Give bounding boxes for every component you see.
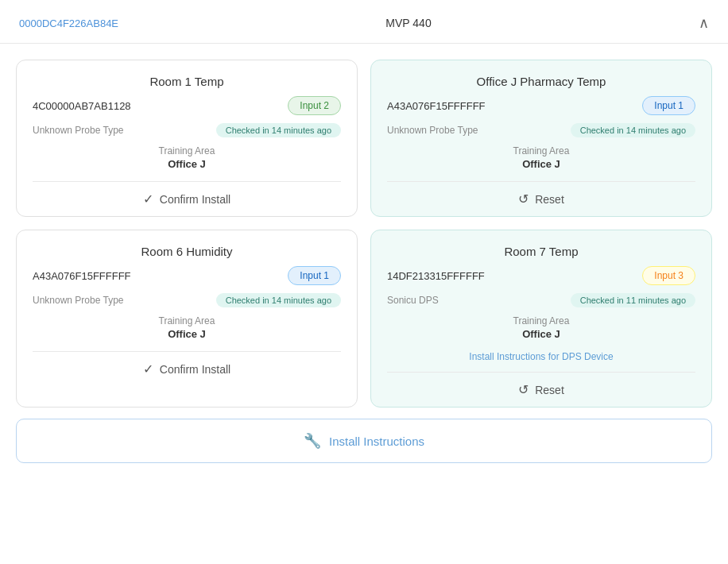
- card-area-name-2: Office J: [33, 328, 341, 340]
- card-input-badge-1: Input 1: [642, 96, 695, 115]
- action-icon-1: ↺: [518, 191, 529, 207]
- card-action-0[interactable]: ✓ Confirm Install: [33, 181, 341, 216]
- card-3: Room 7 Temp 14DF213315FFFFFF Input 3 Son…: [370, 230, 712, 408]
- card-sensor-id-1: A43A076F15FFFFFF: [387, 100, 486, 112]
- card-probe-type-0: Unknown Probe Type: [33, 125, 124, 136]
- card-sensor-id-0: 4C00000AB7AB1128: [33, 100, 131, 112]
- card-input-badge-0: Input 2: [288, 96, 341, 115]
- action-label-3: Reset: [535, 384, 564, 396]
- card-probe-type-1: Unknown Probe Type: [387, 125, 478, 136]
- install-instructions-label: Install Instructions: [329, 435, 424, 448]
- card-sensor-id-2: A43A076F15FFFFFF: [33, 270, 131, 282]
- action-icon-0: ✓: [143, 191, 153, 207]
- card-area-label-0: Training Area: [33, 145, 341, 156]
- card-area-name-3: Office J: [387, 328, 695, 340]
- device-name: MVP 440: [385, 17, 431, 29]
- card-probe-type-3: Sonicu DPS: [387, 295, 439, 306]
- card-action-1[interactable]: ↺ Reset: [387, 181, 695, 216]
- wrench-icon: 🔧: [304, 432, 321, 450]
- action-icon-3: ↺: [518, 382, 529, 397]
- action-label-2: Confirm Install: [160, 363, 230, 376]
- action-label-0: Confirm Install: [160, 193, 230, 206]
- card-action-3[interactable]: ↺ Reset: [387, 372, 695, 407]
- card-checked-badge-2: Checked in 14 minutes ago: [216, 293, 341, 307]
- install-link-3[interactable]: Install Instructions for DPS Device: [387, 351, 695, 362]
- card-action-2[interactable]: ✓ Confirm Install: [33, 351, 341, 386]
- header: 0000DC4F226AB84E MVP 440: [0, 0, 728, 44]
- card-sensor-id-3: 14DF213315FFFFFF: [387, 270, 485, 282]
- card-area-name-1: Office J: [387, 158, 695, 170]
- card-title-1: Office J Pharmacy Temp: [387, 75, 695, 88]
- card-title-3: Room 7 Temp: [387, 245, 695, 258]
- card-checked-badge-0: Checked in 14 minutes ago: [216, 123, 341, 137]
- cards-grid: Room 1 Temp 4C00000AB7AB1128 Input 2 Unk…: [0, 44, 728, 419]
- card-area-label-3: Training Area: [387, 315, 695, 326]
- card-probe-type-2: Unknown Probe Type: [33, 295, 124, 306]
- install-instructions-bar[interactable]: 🔧 Install Instructions: [16, 419, 712, 463]
- action-label-1: Reset: [535, 193, 564, 206]
- card-area-label-1: Training Area: [387, 145, 695, 156]
- card-area-name-0: Office J: [33, 158, 341, 170]
- action-icon-2: ✓: [143, 361, 153, 377]
- card-0: Room 1 Temp 4C00000AB7AB1128 Input 2 Unk…: [16, 60, 358, 217]
- card-title-0: Room 1 Temp: [33, 75, 341, 88]
- card-2: Room 6 Humidity A43A076F15FFFFFF Input 1…: [16, 230, 358, 408]
- card-input-badge-2: Input 1: [288, 266, 341, 285]
- card-title-2: Room 6 Humidity: [33, 245, 341, 258]
- device-id[interactable]: 0000DC4F226AB84E: [19, 17, 118, 29]
- card-area-label-2: Training Area: [33, 315, 341, 326]
- chevron-up-icon[interactable]: [699, 14, 709, 32]
- card-1: Office J Pharmacy Temp A43A076F15FFFFFF …: [370, 60, 712, 217]
- card-checked-badge-1: Checked in 14 minutes ago: [571, 123, 695, 137]
- card-input-badge-3: Input 3: [642, 266, 695, 285]
- card-checked-badge-3: Checked in 11 minutes ago: [571, 293, 695, 307]
